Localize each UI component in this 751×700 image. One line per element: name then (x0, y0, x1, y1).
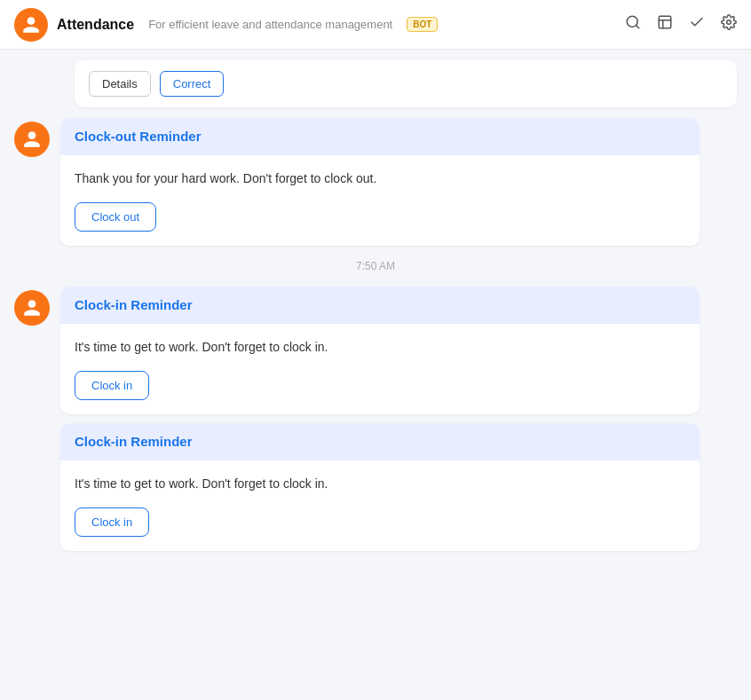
clock-in-header-1: Clock-in Reminder (60, 287, 700, 324)
clock-in-body-1: It's time to get to work. Don't forget t… (60, 324, 700, 371)
search-icon[interactable] (625, 14, 641, 35)
partial-card: Details Correct (75, 60, 737, 107)
clock-in-header-2: Clock-in Reminder (60, 423, 700, 460)
clock-out-button[interactable]: Clock out (75, 202, 156, 232)
clock-in-body-2: It's time to get to work. Don't forget t… (60, 460, 700, 507)
app-subtitle: For efficient leave and attendance manag… (148, 18, 392, 31)
clock-out-header: Clock-out Reminder (60, 118, 700, 155)
clock-in-button-2[interactable]: Clock in (75, 507, 149, 537)
svg-point-3 (727, 20, 731, 25)
app-title: Attendance (57, 17, 134, 33)
clock-in-actions-2: Clock in (60, 507, 700, 551)
svg-line-1 (636, 25, 638, 28)
bot-message-clock-in-1: Clock-in Reminder It's time to get to wo… (14, 287, 737, 551)
compose-icon[interactable] (657, 14, 673, 35)
clock-in-card-2: Clock-in Reminder It's time to get to wo… (60, 423, 700, 551)
bot-badge: BOT (407, 17, 438, 32)
app-logo (14, 8, 48, 42)
clock-out-title: Clock-out Reminder (75, 129, 202, 144)
correct-button[interactable]: Correct (160, 71, 225, 97)
details-button[interactable]: Details (89, 71, 151, 97)
timestamp: 7:50 AM (14, 256, 737, 276)
bot-avatar-1 (14, 122, 50, 157)
clock-in-title-1: Clock-in Reminder (75, 297, 193, 312)
bot-message-clock-out: Clock-out Reminder Thank you for your ha… (14, 118, 737, 246)
header-actions (625, 14, 737, 35)
clock-in-title-2: Clock-in Reminder (75, 434, 193, 449)
app-header: Attendance For efficient leave and atten… (0, 0, 751, 50)
clock-in-actions-1: Clock in (60, 371, 700, 414)
clock-out-body: Thank you for your hard work. Don't forg… (60, 155, 700, 202)
clock-out-card: Clock-out Reminder Thank you for your ha… (60, 118, 700, 246)
clock-in-card-1: Clock-in Reminder It's time to get to wo… (60, 287, 700, 414)
bot-avatar-2 (14, 290, 50, 326)
clock-out-actions: Clock out (60, 202, 700, 246)
clock-in-button-1[interactable]: Clock in (75, 371, 149, 400)
check-icon[interactable] (689, 14, 705, 35)
svg-rect-2 (659, 16, 671, 28)
settings-icon[interactable] (721, 14, 737, 35)
chat-area: Details Correct Clock-out Reminder Thank… (0, 50, 751, 569)
